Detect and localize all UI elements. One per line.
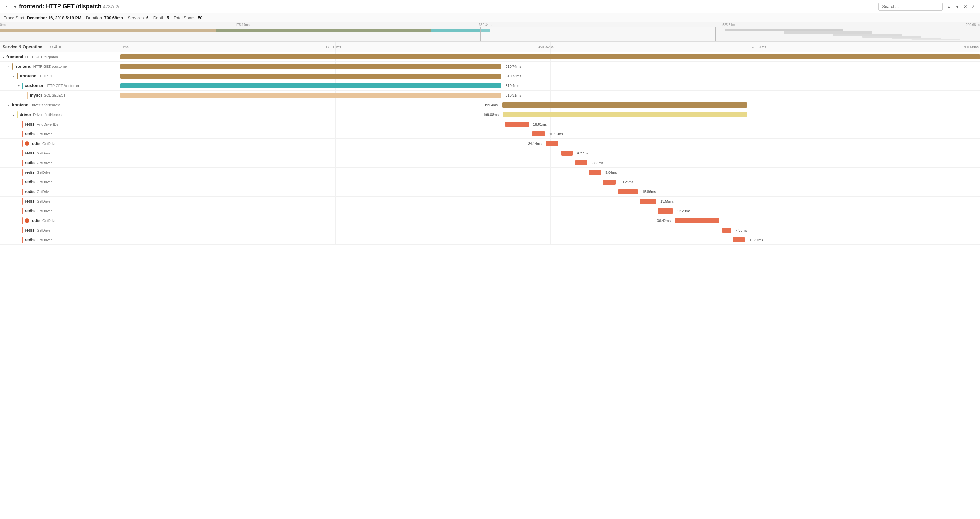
sort-expand-icon[interactable]: ↠ bbox=[58, 44, 61, 49]
tree-toggle[interactable]: ∨ bbox=[6, 65, 10, 68]
span-bar[interactable] bbox=[675, 218, 719, 223]
span-bar[interactable] bbox=[121, 54, 980, 59]
table-row[interactable]: redisGetDriver7.35ms bbox=[0, 225, 980, 235]
services-value: 6 bbox=[146, 16, 148, 20]
row-timeline: 10.37ms bbox=[121, 235, 980, 244]
table-row[interactable]: ∨driverDriver::findNearest199.08ms bbox=[0, 110, 980, 119]
duration-label: 36.42ms bbox=[657, 219, 671, 222]
service-name: mysql bbox=[30, 93, 42, 98]
table-row[interactable]: !redisGetDriver36.42ms bbox=[0, 216, 980, 225]
row-timeline: 9.84ms bbox=[121, 168, 980, 177]
table-row[interactable]: ∨frontendHTTP GET /dispatch bbox=[0, 52, 980, 62]
service-name: frontend bbox=[20, 73, 37, 78]
header-icons: ▲ ▼ ✕ ⤢ bbox=[945, 3, 976, 10]
span-bar[interactable] bbox=[733, 237, 745, 243]
table-row[interactable]: redisFindDriverIDs18.81ms bbox=[0, 119, 980, 129]
search-input[interactable] bbox=[878, 3, 943, 11]
span-bar[interactable] bbox=[121, 64, 501, 69]
service-operation-label: Service & Operation bbox=[3, 44, 42, 49]
sort-collapse-icon[interactable]: ⇊ bbox=[54, 44, 57, 49]
timeline-overview: 0ms 175.17ms 350.34ms 525.51ms 700.68ms bbox=[0, 22, 980, 42]
table-row[interactable]: redisGetDriver12.29ms bbox=[0, 206, 980, 216]
span-bar[interactable] bbox=[589, 170, 601, 175]
span-bar[interactable] bbox=[575, 160, 587, 165]
service-color-line bbox=[27, 92, 28, 98]
svg-rect-4 bbox=[833, 34, 902, 36]
svg-rect-3 bbox=[784, 32, 872, 34]
span-bar[interactable] bbox=[502, 102, 747, 108]
table-row[interactable]: redisGetDriver9.83ms bbox=[0, 158, 980, 168]
table-row[interactable]: ∨frontendDriver::findNearest199.4ms bbox=[0, 100, 980, 110]
span-bar[interactable] bbox=[121, 83, 501, 88]
span-bar[interactable] bbox=[618, 189, 638, 194]
tree-toggle[interactable]: ∨ bbox=[1, 55, 5, 59]
service-name: redis bbox=[25, 228, 35, 233]
operation-name: HTTP GET /customer bbox=[46, 84, 80, 88]
service-color-line bbox=[22, 131, 23, 137]
table-row[interactable]: redisGetDriver10.37ms bbox=[0, 235, 980, 245]
external-link-button[interactable]: ⤢ bbox=[970, 3, 976, 10]
ruler-ticks: 0ms 175.17ms 350.34ms 525.51ms 700.68ms bbox=[121, 45, 980, 49]
table-row[interactable]: redisGetDriver10.55ms bbox=[0, 129, 980, 139]
row-timeline: 310.4ms bbox=[121, 81, 980, 90]
service-name: redis bbox=[25, 131, 35, 136]
back-button[interactable]: ← bbox=[4, 3, 11, 10]
row-timeline: 10.55ms bbox=[121, 129, 980, 138]
operation-name: GetDriver bbox=[37, 180, 52, 184]
tree-toggle[interactable]: ∨ bbox=[11, 74, 16, 78]
span-bar[interactable] bbox=[121, 73, 501, 79]
duration-label: 9.27ms bbox=[577, 151, 588, 155]
table-row[interactable]: ∨customerHTTP GET /customer310.4ms bbox=[0, 81, 980, 90]
table-row[interactable]: redisGetDriver9.84ms bbox=[0, 168, 980, 177]
services-label: Services bbox=[128, 16, 144, 20]
duration-label: 310.4ms bbox=[506, 84, 519, 88]
sort-down-icon[interactable]: ↓↓ bbox=[45, 44, 49, 49]
nav-down-button[interactable]: ▼ bbox=[954, 3, 961, 10]
span-bar[interactable] bbox=[722, 228, 731, 233]
service-color-line bbox=[11, 63, 13, 70]
service-color-line bbox=[22, 140, 23, 147]
table-row[interactable]: !redisGetDriver34.14ms bbox=[0, 139, 980, 148]
tree-toggle[interactable]: ∨ bbox=[6, 103, 10, 106]
gantt-label-header: Service & Operation ↓↓ ↑↑ ⇊ ↠ bbox=[0, 42, 121, 52]
nav-up-button[interactable]: ▲ bbox=[945, 3, 952, 10]
duration-label: 34.14ms bbox=[528, 142, 542, 146]
span-bar[interactable] bbox=[658, 208, 673, 214]
table-row[interactable]: redisGetDriver9.27ms bbox=[0, 148, 980, 158]
service-color-line bbox=[22, 160, 23, 166]
span-bar[interactable] bbox=[532, 131, 545, 136]
table-row[interactable]: ∨frontendHTTP GET: /customer310.74ms bbox=[0, 62, 980, 71]
span-bar[interactable] bbox=[506, 122, 528, 127]
span-bar[interactable] bbox=[640, 199, 656, 204]
service-color-line bbox=[22, 83, 23, 89]
row-timeline: 10.25ms bbox=[121, 177, 980, 187]
table-row[interactable]: redisGetDriver10.25ms bbox=[0, 177, 980, 187]
span-bar[interactable] bbox=[603, 179, 616, 185]
span-bar[interactable] bbox=[503, 112, 747, 117]
row-timeline: 199.08ms bbox=[121, 110, 980, 119]
tick-2: 350.34ms bbox=[479, 23, 493, 27]
svg-rect-5 bbox=[862, 36, 921, 38]
table-row[interactable]: mysqlSQL SELECT310.31ms bbox=[0, 90, 980, 100]
service-color-line bbox=[22, 179, 23, 185]
duration-label: 9.83ms bbox=[592, 161, 603, 165]
row-timeline: 12.29ms bbox=[121, 206, 980, 216]
tree-toggle[interactable]: ∨ bbox=[11, 113, 16, 116]
service-name: redis bbox=[30, 141, 40, 146]
collapse-button[interactable]: ▾ bbox=[14, 4, 16, 9]
span-bar[interactable] bbox=[561, 151, 573, 156]
duration-value: 700.68ms bbox=[104, 16, 123, 20]
table-row[interactable]: ∨frontendHTTP GET310.73ms bbox=[0, 71, 980, 81]
tree-toggle[interactable]: ∨ bbox=[17, 84, 21, 87]
span-bar[interactable] bbox=[546, 141, 558, 146]
table-row[interactable]: redisGetDriver15.86ms bbox=[0, 187, 980, 197]
sort-up-icon[interactable]: ↑↑ bbox=[49, 44, 53, 49]
duration-label: 310.73ms bbox=[506, 74, 521, 78]
table-row[interactable]: redisGetDriver13.55ms bbox=[0, 197, 980, 206]
service-color-line bbox=[17, 111, 18, 118]
header: ← ▾ frontend: HTTP GET /dispatch 4737e2c… bbox=[0, 0, 980, 13]
trace-start-value: December 16, 2018 5:19 PM bbox=[27, 16, 81, 20]
span-bar[interactable] bbox=[121, 93, 501, 98]
close-button[interactable]: ✕ bbox=[962, 3, 969, 10]
total-spans-label: Total Spans bbox=[173, 16, 196, 20]
